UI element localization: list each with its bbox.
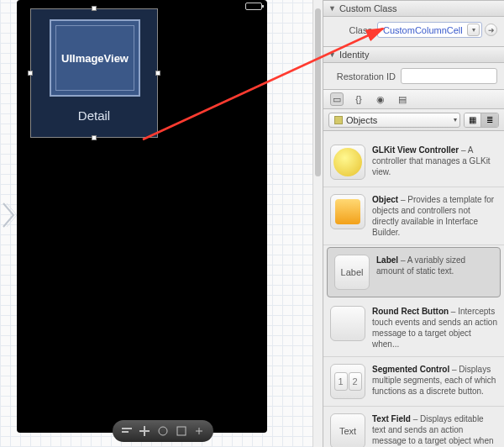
library-item-glkit[interactable]: GLKit View Controller – A controller tha… [323, 138, 504, 187]
restoration-id-label: Restoration ID [330, 71, 396, 82]
resize-handle-top[interactable] [92, 6, 97, 11]
button-thumb-icon [330, 306, 365, 341]
svg-point-4 [159, 427, 167, 435]
resize-handle-bottom[interactable] [92, 135, 97, 140]
list-view-button[interactable]: ≣ [481, 113, 498, 127]
restoration-id-input[interactable] [401, 68, 497, 84]
library-filter-combo[interactable]: Objects ▾ [328, 113, 460, 128]
disclosure-triangle-icon: ▼ [328, 4, 336, 13]
canvas-area[interactable]: UIImageView Detail [0, 0, 323, 447]
align-icon[interactable] [121, 425, 133, 437]
label-thumb-icon: Label [334, 255, 370, 290]
jump-to-class-button[interactable]: ➜ [485, 24, 497, 36]
detail-label[interactable]: Detail [31, 108, 157, 123]
uiimageview-label: UIImageView [61, 52, 129, 65]
media-tab-icon[interactable]: ▤ [396, 92, 409, 106]
library-item-button[interactable]: Round Rect Button – Intercepts touch eve… [323, 299, 504, 357]
glkit-thumb-icon [330, 145, 365, 180]
resize-icon[interactable] [176, 425, 187, 437]
library-item-label[interactable]: Label Label – A variably sized amount of… [327, 247, 501, 297]
library-item-textfield[interactable]: Text Text Field – Displays editable text… [323, 407, 504, 447]
section-title: Identity [339, 50, 369, 60]
pin-icon[interactable] [139, 425, 150, 437]
library-view-mode: ▦ ≣ [464, 113, 499, 128]
section-custom-class[interactable]: ▼ Custom Class [323, 0, 504, 17]
battery-icon [245, 3, 262, 10]
inspector-panel: ▼ Custom Class Class CustomColumnCell ▾ … [323, 0, 504, 447]
class-label: Class [330, 25, 372, 35]
object-thumb-icon [330, 194, 365, 229]
section-title: Custom Class [339, 3, 396, 13]
svg-rect-0 [122, 428, 132, 429]
resolve-icon[interactable] [157, 425, 169, 437]
collection-cell[interactable]: UIImageView Detail [30, 8, 158, 138]
chevron-updown-icon: ▾ [454, 116, 457, 124]
section-identity[interactable]: ▼ Identity [323, 46, 504, 63]
device-frame: UIImageView Detail [17, 0, 267, 433]
file-template-tab-icon[interactable]: ▭ [330, 92, 344, 106]
library-item-segmented[interactable]: 12 Segmented Control – Displays multiple… [323, 357, 504, 407]
class-combobox[interactable]: CustomColumnCell ▾ [377, 22, 482, 38]
grid-view-button[interactable]: ▦ [465, 113, 481, 127]
library-item-object[interactable]: Object – Provides a template for objects… [323, 187, 504, 245]
code-snippet-tab-icon[interactable]: {} [352, 92, 365, 106]
class-value: CustomColumnCell [383, 25, 463, 35]
object-tab-icon[interactable]: ◉ [374, 92, 387, 106]
library-tabbar: ▭ {} ◉ ▤ [323, 89, 504, 109]
uiimageview[interactable]: UIImageView [50, 19, 140, 97]
zoom-icon[interactable] [193, 425, 205, 437]
canvas-vertical-scrollbar[interactable] [312, 0, 323, 447]
disclosure-triangle-icon: ▼ [328, 50, 336, 59]
cube-icon [334, 116, 343, 124]
textfield-thumb-icon: Text [330, 413, 365, 447]
segmented-thumb-icon: 12 [330, 364, 365, 399]
canvas-toolbar [113, 420, 213, 442]
resize-handle-left[interactable] [28, 71, 33, 76]
svg-rect-5 [177, 427, 186, 435]
object-library[interactable]: GLKit View Controller – A controller tha… [323, 138, 504, 447]
library-filter-bar: Objects ▾ ▦ ≣ [323, 109, 504, 131]
filter-label: Objects [346, 115, 377, 125]
resize-handle-right[interactable] [155, 71, 160, 76]
svg-rect-3 [139, 430, 150, 432]
svg-rect-1 [122, 431, 129, 433]
dropdown-arrow-icon[interactable]: ▾ [467, 24, 480, 36]
expand-document-outline-button[interactable] [2, 202, 17, 229]
